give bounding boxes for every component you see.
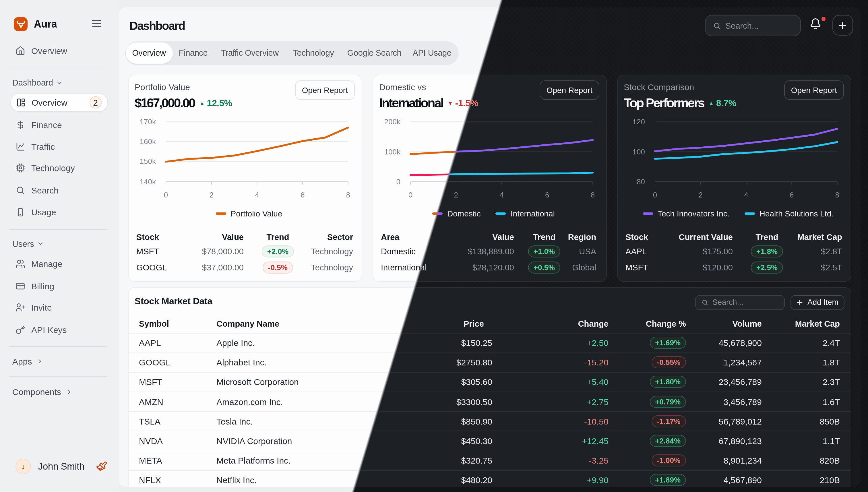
svg-text:8: 8 [590,190,594,199]
svg-text:200k: 200k [384,117,400,126]
svg-text:120: 120 [633,117,645,126]
svg-text:8: 8 [835,190,839,199]
svg-text:150k: 150k [140,157,156,165]
svg-text:2: 2 [698,190,702,199]
svg-text:2: 2 [209,190,213,199]
svg-text:4: 4 [499,190,503,199]
svg-text:4: 4 [744,190,748,199]
svg-text:170k: 170k [140,117,156,126]
svg-text:140k: 140k [140,177,156,186]
svg-text:6: 6 [545,190,549,199]
svg-text:100k: 100k [384,147,400,156]
svg-text:0: 0 [396,177,400,186]
svg-text:2: 2 [454,190,458,199]
svg-text:0: 0 [653,190,657,199]
svg-text:6: 6 [300,190,304,199]
svg-text:4: 4 [255,190,258,199]
svg-text:8: 8 [346,190,350,199]
svg-text:100: 100 [633,147,645,156]
svg-text:6: 6 [789,190,793,199]
svg-text:0: 0 [164,190,168,199]
svg-text:80: 80 [636,177,645,186]
svg-text:0: 0 [408,190,412,199]
svg-text:160k: 160k [140,137,156,146]
